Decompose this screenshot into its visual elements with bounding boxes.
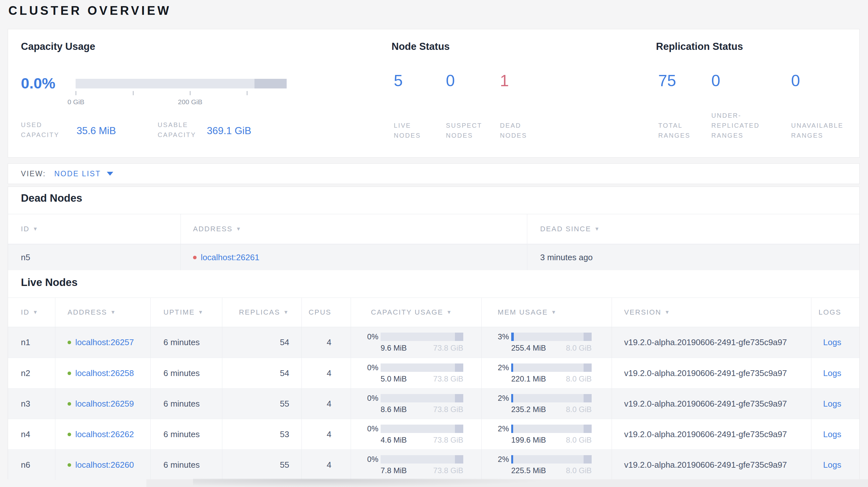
node-address-link[interactable]: localhost:26258 bbox=[75, 368, 134, 378]
column-header-capacity-usage[interactable]: CAPACITY USAGE▼ bbox=[351, 298, 481, 327]
dead-table-header: ID▼ ADDRESS▼ DEAD SINCE▼ bbox=[8, 214, 859, 244]
mem-total-value: 8.0 GiB bbox=[566, 375, 592, 383]
node-version: v19.2.0-alpha.20190606-2491-gfe735c9a97 bbox=[612, 327, 811, 358]
mem-usage-bar bbox=[511, 394, 592, 402]
sort-arrow-icon: ▼ bbox=[551, 310, 557, 315]
bar-reserved-segment bbox=[584, 394, 592, 402]
used-capacity-label: USED CAPACITY bbox=[21, 120, 59, 140]
logs-link[interactable]: Logs bbox=[823, 368, 841, 378]
capacity-usage-title: Capacity Usage bbox=[21, 41, 95, 53]
column-header-replicas[interactable]: REPLICAS▼ bbox=[222, 298, 302, 327]
column-header-uptime[interactable]: UPTIME▼ bbox=[150, 298, 222, 327]
column-header-logs[interactable]: LOGS bbox=[811, 298, 859, 327]
capacity-percent-label: 0% bbox=[351, 394, 378, 403]
logs-link[interactable]: Logs bbox=[823, 460, 841, 470]
node-address-cell: localhost:26257 bbox=[55, 327, 150, 358]
capacity-total-value: 73.8 GiB bbox=[433, 435, 463, 445]
node-cpus: 4 bbox=[302, 327, 351, 358]
live-nodes-heading: Live Nodes bbox=[21, 276, 78, 289]
column-header-version[interactable]: VERSION▼ bbox=[612, 298, 811, 327]
unavailable-ranges-label: UNAVAILABLE RANGES bbox=[791, 121, 843, 140]
bar-reserved-segment bbox=[455, 394, 463, 402]
capacity-percent-label: 0% bbox=[351, 455, 378, 464]
live-status-dot-icon bbox=[68, 402, 71, 405]
capacity-total-value: 73.8 GiB bbox=[433, 344, 463, 353]
capacity-usage-bar bbox=[381, 394, 463, 402]
mem-usage-cell: 2% 235.2 MiB 8.0 GiB bbox=[481, 389, 612, 419]
node-cpus: 4 bbox=[302, 419, 351, 449]
column-header-dead-since[interactable]: DEAD SINCE▼ bbox=[527, 214, 859, 244]
logs-link[interactable]: Logs bbox=[823, 429, 841, 440]
capacity-used-value: 9.6 MiB bbox=[381, 344, 407, 353]
node-address-link[interactable]: localhost:26259 bbox=[75, 399, 134, 409]
view-selector-dropdown[interactable]: NODE LIST bbox=[54, 169, 101, 178]
live-nodes-label: LIVE NODES bbox=[394, 121, 421, 140]
total-ranges-label: TOTAL RANGES bbox=[658, 121, 690, 140]
usable-capacity-label: USABLE CAPACITY bbox=[158, 120, 196, 140]
bar-fill bbox=[511, 455, 513, 463]
node-address-cell: localhost:26259 bbox=[55, 389, 150, 419]
logs-link[interactable]: Logs bbox=[823, 337, 841, 347]
capacity-percent: 0.0% bbox=[21, 74, 55, 92]
column-header-id[interactable]: ID▼ bbox=[8, 298, 55, 327]
mem-used-value: 220.1 MiB bbox=[511, 375, 546, 383]
logs-cell: Logs bbox=[811, 358, 859, 388]
logs-cell: Logs bbox=[811, 419, 859, 449]
live-table-header: ID▼ ADDRESS▼ UPTIME▼ REPLICAS▼ CPUS CAPA… bbox=[8, 298, 859, 327]
node-replicas: 55 bbox=[222, 450, 302, 480]
usable-capacity-value: 369.1 GiB bbox=[207, 125, 251, 137]
node-replicas: 53 bbox=[222, 419, 302, 449]
suspect-nodes-label: SUSPECT NODES bbox=[446, 121, 482, 140]
column-header-id[interactable]: ID▼ bbox=[8, 214, 181, 244]
cluster-overview-page: CLUSTER OVERVIEW Capacity Usage 0.0% 0 G… bbox=[0, 0, 868, 487]
column-header-address[interactable]: ADDRESS▼ bbox=[55, 298, 150, 327]
bar-reserved-segment bbox=[455, 425, 463, 433]
axis-tick bbox=[75, 91, 76, 95]
node-id: n4 bbox=[8, 419, 55, 449]
sort-arrow-icon: ▼ bbox=[110, 310, 116, 315]
mem-total-value: 8.0 GiB bbox=[566, 435, 592, 445]
column-header-address[interactable]: ADDRESS▼ bbox=[181, 214, 527, 244]
mem-used-value: 199.6 MiB bbox=[511, 435, 546, 445]
node-cpus: 4 bbox=[302, 389, 351, 419]
capacity-usage-cell: 0% 7.8 MiB 73.8 GiB bbox=[351, 450, 481, 480]
column-header-mem-usage[interactable]: MEM USAGE▼ bbox=[481, 298, 612, 327]
capacity-usage-cell: 0% 9.6 MiB 73.8 GiB bbox=[351, 327, 481, 358]
live-status-dot-icon bbox=[68, 433, 71, 436]
bar-reserved-segment bbox=[455, 363, 463, 372]
node-address-link[interactable]: localhost:26260 bbox=[75, 460, 134, 470]
dead-nodes-table: ID▼ ADDRESS▼ DEAD SINCE▼ n5 localhost:26… bbox=[8, 214, 859, 270]
column-header-cpus[interactable]: CPUS bbox=[302, 298, 351, 327]
node-replicas: 54 bbox=[222, 327, 302, 358]
dead-nodes-label: DEAD NODES bbox=[500, 121, 527, 140]
axis-tick bbox=[190, 91, 190, 95]
mem-percent-label: 2% bbox=[482, 394, 509, 403]
capacity-usage-bar bbox=[381, 455, 463, 463]
page-title: CLUSTER OVERVIEW bbox=[8, 4, 171, 18]
sort-arrow-icon: ▼ bbox=[33, 310, 39, 315]
mem-total-value: 8.0 GiB bbox=[566, 466, 592, 475]
live-status-dot-icon bbox=[68, 371, 71, 375]
axis-tick bbox=[133, 91, 133, 95]
nodes-section: Dead Nodes ID▼ ADDRESS▼ DEAD SINCE▼ n5 l… bbox=[8, 187, 860, 479]
node-version: v19.2.0-alpha.20190606-2491-gfe735c9a97 bbox=[612, 358, 811, 388]
table-row: n2 localhost:26258 6 minutes 54 4 0% 5.0… bbox=[8, 358, 859, 388]
node-address-link[interactable]: localhost:26257 bbox=[75, 337, 134, 347]
table-row: n1 localhost:26257 6 minutes 54 4 0% 9.6… bbox=[8, 327, 859, 358]
node-uptime: 6 minutes bbox=[150, 450, 222, 480]
mem-usage-bar bbox=[511, 333, 592, 341]
mem-usage-bar bbox=[511, 425, 592, 433]
sort-arrow-icon: ▼ bbox=[446, 310, 452, 315]
chevron-down-icon[interactable] bbox=[107, 172, 113, 175]
axis-tick-label: 0 GiB bbox=[68, 98, 85, 106]
capacity-used-value: 5.0 MiB bbox=[381, 375, 407, 383]
logs-link[interactable]: Logs bbox=[823, 399, 841, 409]
node-replicas: 55 bbox=[222, 389, 302, 419]
table-row: n4 localhost:26262 6 minutes 53 4 0% 4.6… bbox=[8, 419, 859, 449]
table-row: n3 localhost:26259 6 minutes 55 4 0% 8.6… bbox=[8, 388, 859, 419]
node-address-link[interactable]: localhost:26262 bbox=[75, 429, 134, 440]
bar-fill bbox=[511, 394, 513, 402]
node-address-link[interactable]: localhost:26261 bbox=[201, 253, 259, 262]
mem-usage-cell: 2% 199.6 MiB 8.0 GiB bbox=[481, 419, 612, 449]
dead-status-dot-icon bbox=[193, 256, 196, 259]
